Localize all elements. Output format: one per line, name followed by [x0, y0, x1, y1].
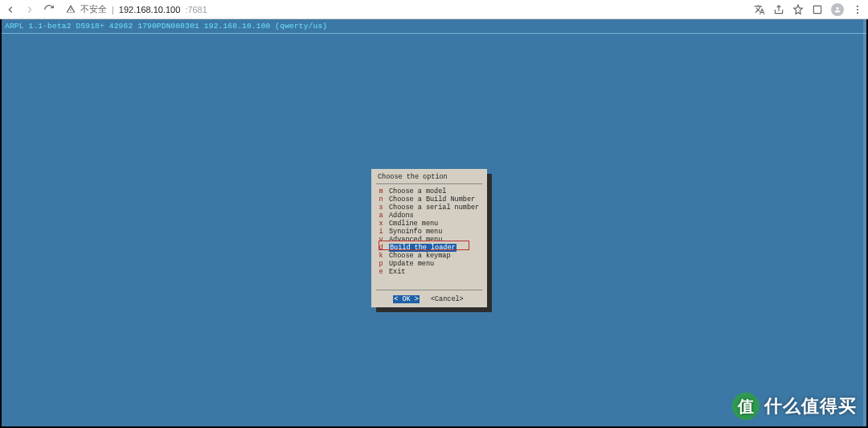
svg-point-2: [857, 8, 858, 10]
menu-item-update[interactable]: pUpdate menu: [378, 260, 481, 268]
option-dialog: Choose the option mChoose a model nChoos…: [371, 169, 487, 307]
svg-point-3: [857, 12, 858, 14]
window-icon[interactable]: [812, 4, 823, 15]
svg-point-1: [857, 5, 858, 6]
ok-button[interactable]: OK: [393, 295, 420, 303]
url-host: 192.168.10.100: [119, 5, 180, 14]
scrollbar[interactable]: [863, 19, 866, 426]
dialog-buttons: OK Cancel: [376, 290, 482, 307]
nav-buttons: [5, 4, 55, 15]
cancel-button[interactable]: Cancel: [429, 295, 465, 303]
menu-item-addons[interactable]: aAddons: [378, 212, 481, 220]
url-port: :7681: [185, 5, 207, 14]
browser-actions: [754, 3, 863, 16]
menu-item-keymap[interactable]: kChoose a keymap: [378, 252, 481, 260]
profile-avatar[interactable]: [831, 3, 844, 16]
menu-item-model[interactable]: mChoose a model: [378, 187, 481, 195]
menu-icon[interactable]: [852, 4, 863, 15]
insecure-icon: [66, 4, 76, 15]
security-label: 不安全: [80, 3, 107, 15]
terminal-viewport: ARPL 1.1-beta2 DS918+ 42962 1790PDN00830…: [2, 19, 866, 426]
reload-button[interactable]: [43, 4, 55, 15]
forward-button[interactable]: [24, 4, 35, 15]
back-button[interactable]: [5, 4, 16, 15]
watermark-text: 什么值得买: [764, 394, 857, 418]
terminal-status-line: ARPL 1.1-beta2 DS918+ 42962 1790PDN00830…: [2, 19, 866, 34]
menu-item-cmdline[interactable]: xCmdline menu: [378, 220, 481, 228]
translate-icon[interactable]: [754, 4, 765, 15]
menu-item-build-number[interactable]: nChoose a Build Number: [378, 195, 481, 204]
menu-item-build-loader[interactable]: dBuild the loader: [378, 244, 481, 252]
menu-item-exit[interactable]: eExit: [378, 268, 481, 276]
watermark: 值 什么值得买: [732, 393, 857, 420]
bookmark-icon[interactable]: [792, 4, 804, 15]
browser-toolbar: 不安全 | 192.168.10.100:7681: [0, 0, 868, 19]
svg-rect-0: [813, 6, 821, 13]
menu-item-serial-number[interactable]: sChoose a serial number: [378, 204, 481, 212]
menu-item-synoinfo[interactable]: iSynoinfo menu: [378, 228, 481, 236]
dialog-title: Choose the option: [371, 169, 487, 183]
dialog-menu: mChoose a model nChoose a Build Number s…: [371, 187, 487, 276]
share-icon[interactable]: [773, 4, 784, 15]
watermark-badge: 值: [732, 393, 760, 420]
menu-item-advanced[interactable]: vAdvanced menu: [378, 236, 481, 244]
address-bar[interactable]: 不安全 | 192.168.10.100:7681: [61, 3, 747, 15]
dialog-separator: [376, 183, 482, 184]
